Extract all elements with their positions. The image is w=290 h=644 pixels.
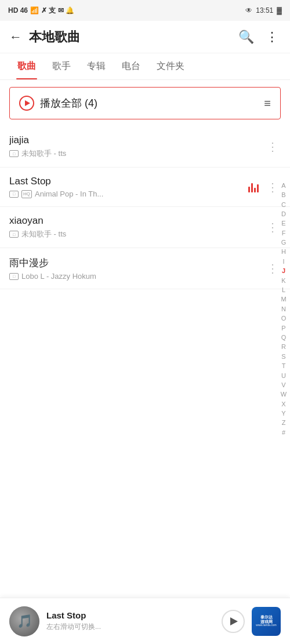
alpha-N[interactable]: N: [281, 305, 286, 314]
status-network: HD 46: [8, 6, 28, 14]
alpha-I[interactable]: I: [282, 257, 284, 266]
song-meta: □ 未知歌手 - tts: [9, 148, 264, 159]
alpha-P[interactable]: P: [281, 324, 285, 333]
alpha-W[interactable]: W: [281, 390, 287, 399]
alpha-E[interactable]: E: [281, 219, 285, 228]
play-all-label: 播放全部 (4): [40, 96, 97, 110]
status-battery: ▓: [277, 6, 282, 14]
song-artist-album: Lobo L - Jazzy Hokum: [21, 272, 96, 281]
play-all-bar[interactable]: 播放全部 (4) ≡: [9, 87, 281, 119]
alpha-G[interactable]: G: [281, 238, 287, 247]
song-info: Last Stop □ HQ Animal Pop - In Th...: [9, 176, 248, 198]
hq-badge: HQ: [21, 190, 32, 198]
table-row[interactable]: jiajia □ 未知歌手 - tts ⋮: [0, 126, 290, 168]
song-info: 雨中漫步 □ Lobo L - Jazzy Hokum: [9, 256, 264, 281]
song-album-icon: □: [9, 231, 19, 238]
alpha-L[interactable]: L: [282, 286, 285, 294]
alpha-T[interactable]: T: [282, 362, 286, 370]
alpha-F[interactable]: F: [282, 229, 286, 238]
alpha-B[interactable]: B: [281, 191, 285, 199]
alpha-U[interactable]: U: [281, 372, 286, 380]
page-title: 本地歌曲: [29, 28, 229, 46]
player-info: Last Stop 左右滑动可切换...: [46, 610, 215, 632]
alpha-C[interactable]: C: [281, 201, 286, 209]
bottom-player: 🎵 Last Stop 左右滑动可切换... 泰尔达 游戏网 www.taird…: [0, 598, 290, 644]
tab-files[interactable]: 文件夹: [148, 53, 193, 79]
song-meta: □ Lobo L - Jazzy Hokum: [9, 272, 264, 281]
alpha-K[interactable]: K: [281, 276, 285, 285]
table-row[interactable]: 雨中漫步 □ Lobo L - Jazzy Hokum ⋮: [0, 248, 290, 289]
alpha-H[interactable]: H: [281, 248, 286, 256]
alpha-S[interactable]: S: [281, 352, 285, 361]
alpha-D[interactable]: D: [281, 210, 286, 219]
alpha-R[interactable]: R: [281, 343, 286, 351]
song-album-icon: □: [9, 191, 19, 198]
back-button[interactable]: ←: [9, 30, 22, 45]
status-time: 13:51: [256, 6, 273, 14]
tabs-bar: 歌曲 歌手 专辑 电台 文件夹: [0, 53, 290, 80]
status-icons: ✗ 支 ✉ 🔔: [41, 6, 74, 16]
play-all-left: 播放全部 (4): [19, 96, 97, 111]
song-album-icon: □: [9, 150, 19, 157]
player-subtitle: 左右滑动可切换...: [46, 622, 215, 632]
table-row[interactable]: Last Stop □ HQ Animal Pop - In Th... ⋮: [0, 168, 290, 207]
logo-top-text: 泰尔达: [260, 615, 273, 620]
alpha-A[interactable]: A: [281, 181, 285, 190]
alpha-X[interactable]: X: [281, 400, 285, 409]
play-all-icon: [19, 96, 34, 111]
song-title: jiajia: [9, 134, 264, 146]
song-title: 雨中漫步: [9, 256, 264, 270]
search-button[interactable]: 🔍: [236, 27, 256, 47]
alpha-J[interactable]: J: [282, 267, 285, 275]
song-info: jiajia □ 未知歌手 - tts: [9, 134, 264, 159]
tab-albums[interactable]: 专辑: [79, 53, 114, 79]
player-title: Last Stop: [46, 610, 215, 620]
song-right: ⋮: [248, 180, 281, 194]
list-sort-icon[interactable]: ≡: [264, 97, 271, 110]
eq-bar-3: [254, 188, 256, 192]
alpha-V[interactable]: V: [281, 381, 285, 390]
status-left: HD 46 📶 ✗ 支 ✉ 🔔: [8, 6, 74, 16]
status-bar: HD 46 📶 ✗ 支 ✉ 🔔 👁 13:51 ▓: [0, 0, 290, 21]
player-avatar: 🎵: [9, 606, 39, 636]
alpha-M[interactable]: M: [281, 295, 286, 304]
song-artist-album: 未知歌手 - tts: [21, 148, 66, 159]
song-info: xiaoyan □ 未知歌手 - tts: [9, 215, 264, 239]
player-play-button[interactable]: [222, 610, 245, 633]
song-meta: □ 未知歌手 - tts: [9, 229, 264, 239]
alpha-Q[interactable]: Q: [281, 333, 287, 342]
eq-bar-4: [257, 184, 259, 192]
table-row[interactable]: xiaoyan □ 未知歌手 - tts ⋮: [0, 207, 290, 248]
alpha-O[interactable]: O: [281, 314, 287, 323]
alpha-hash[interactable]: #: [282, 428, 285, 437]
song-album-icon: □: [9, 273, 19, 280]
eq-bar-1: [248, 187, 250, 192]
status-signal: 📶: [30, 6, 39, 14]
tab-artists[interactable]: 歌手: [44, 53, 79, 79]
equalizer-icon: [248, 182, 259, 192]
status-right: 👁 13:51 ▓: [245, 6, 282, 14]
tab-songs[interactable]: 歌曲: [9, 53, 44, 79]
song-artist-album: Animal Pop - In Th...: [35, 190, 103, 198]
song-meta: □ HQ Animal Pop - In Th...: [9, 190, 248, 198]
eq-bar-2: [251, 183, 253, 192]
logo-bot-text: www.tairda.com: [256, 624, 276, 627]
status-eye: 👁: [245, 6, 252, 14]
song-title: Last Stop: [9, 176, 248, 187]
header: ← 本地歌曲 🔍 ⋮: [0, 21, 290, 53]
alpha-Y[interactable]: Y: [281, 409, 285, 418]
alpha-Z[interactable]: Z: [282, 419, 286, 427]
song-title: xiaoyan: [9, 215, 264, 227]
avatar-image: 🎵: [9, 606, 39, 636]
tab-radio[interactable]: 电台: [114, 53, 148, 79]
player-logo: 泰尔达 游戏网 www.tairda.com: [252, 607, 281, 636]
alphabet-sidebar: A B C D E F G H I J K L M N O P Q R S T …: [277, 21, 290, 598]
song-list: jiajia □ 未知歌手 - tts ⋮ Last Stop □ HQ Ani…: [0, 126, 290, 289]
song-artist-album: 未知歌手 - tts: [21, 229, 66, 239]
